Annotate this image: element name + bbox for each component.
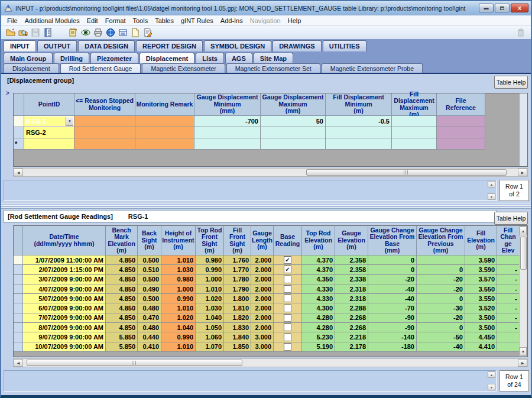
cell[interactable]: 2.358: [335, 265, 368, 274]
cell[interactable]: 1.050: [196, 323, 224, 332]
cell[interactable]: 4.410: [465, 342, 497, 352]
cell[interactable]: [497, 332, 520, 342]
cell[interactable]: 2.268: [335, 313, 368, 323]
cell[interactable]: 0: [368, 265, 417, 274]
cell[interactable]: 3.550: [465, 284, 497, 294]
cell[interactable]: 3.500: [465, 313, 497, 323]
checkbox-unchecked[interactable]: [284, 323, 291, 331]
menu-edit[interactable]: Edit: [83, 17, 102, 25]
cell[interactable]: [74, 138, 135, 150]
checkbox-unchecked[interactable]: [284, 334, 291, 341]
cell[interactable]: 1.000: [161, 284, 196, 294]
tab-utilities[interactable]: UTILITIES: [323, 40, 366, 51]
cell[interactable]: -20: [417, 313, 465, 323]
cell[interactable]: [274, 303, 302, 313]
tab-main-group[interactable]: Main Group: [4, 53, 53, 63]
cell[interactable]: 2.358: [335, 255, 368, 265]
table1-vertical-scrollbar[interactable]: [519, 93, 527, 166]
table2-horizontal-scrollbar[interactable]: ◀ ▶: [13, 358, 528, 367]
cell[interactable]: 0.470: [138, 313, 161, 323]
menu-additional-modules[interactable]: Additional Modules: [21, 17, 83, 25]
cell[interactable]: 4.850: [106, 313, 138, 323]
tab-displacement[interactable]: Displacement: [140, 53, 195, 63]
cell[interactable]: [437, 116, 485, 127]
cell[interactable]: 5.850: [106, 342, 138, 352]
tab-displacement[interactable]: Displacement: [4, 63, 59, 73]
cell[interactable]: 2.288: [335, 303, 368, 313]
menu-tools[interactable]: Tools: [129, 17, 152, 25]
cell[interactable]: 0.440: [138, 332, 161, 342]
cell[interactable]: 4.300: [302, 303, 335, 313]
row-selector[interactable]: [14, 303, 23, 313]
cell[interactable]: 0.500: [138, 255, 161, 265]
tab-magnetic-extensometer[interactable]: Magnetic Extensometer: [142, 63, 225, 73]
cell[interactable]: 1.780: [224, 275, 251, 284]
cell[interactable]: 8/07/2009 9:00:00 AM: [23, 323, 106, 332]
cell[interactable]: 4.330: [302, 294, 335, 303]
checkbox-unchecked[interactable]: [284, 295, 291, 302]
row-selector[interactable]: [14, 265, 23, 274]
row-selector[interactable]: [14, 116, 24, 127]
cell[interactable]: [74, 127, 135, 138]
cell[interactable]: [437, 138, 485, 150]
cell[interactable]: -: [497, 265, 520, 274]
cell[interactable]: 0: [417, 265, 465, 274]
row-selector[interactable]: [14, 313, 23, 323]
cell[interactable]: 5.190: [302, 342, 335, 352]
cell[interactable]: 2.000: [251, 284, 274, 294]
checkbox-unchecked[interactable]: [284, 305, 291, 312]
row-selector[interactable]: [14, 255, 23, 265]
globe-icon[interactable]: [105, 27, 116, 38]
cell[interactable]: -90: [368, 313, 417, 323]
cell[interactable]: 4.850: [106, 323, 138, 332]
cell[interactable]: -40: [417, 342, 465, 352]
cell[interactable]: 2.000: [251, 275, 274, 284]
row-selector[interactable]: [14, 127, 24, 138]
menu-format[interactable]: Format: [102, 17, 129, 25]
cell[interactable]: 7/07/2009 9:00:00 AM: [23, 313, 106, 323]
cell[interactable]: 0.990: [196, 265, 224, 274]
tab-symbol-design[interactable]: SYMBOL DESIGN: [204, 40, 271, 51]
cell[interactable]: 3.570: [465, 275, 497, 284]
tab-magnetic-extensometer-probe[interactable]: Magnetic Extensometer Probe: [322, 63, 423, 73]
panel-splitter[interactable]: [1, 203, 531, 209]
table-help-button-2[interactable]: Table Help: [494, 212, 528, 225]
spin-down-icon[interactable]: ▼: [488, 193, 495, 200]
cell[interactable]: 4.280: [302, 313, 335, 323]
cell[interactable]: 9/07/2009 9:00:00 AM: [23, 332, 106, 342]
scroll-right-icon[interactable]: ▶: [518, 169, 527, 176]
cell[interactable]: 4.850: [106, 303, 138, 313]
cell[interactable]: 0: [368, 255, 417, 265]
cell[interactable]: [497, 342, 520, 352]
checkbox-unchecked[interactable]: [284, 343, 291, 351]
cell[interactable]: 4.450: [465, 332, 497, 342]
cell[interactable]: 2.000: [251, 303, 274, 313]
cell[interactable]: 4/07/2009 9:00:00 AM: [23, 284, 106, 294]
tab-report-design[interactable]: REPORT DESIGN: [136, 40, 203, 51]
tab-data-design[interactable]: DATA DESIGN: [78, 40, 135, 51]
cell[interactable]: -30: [417, 303, 465, 313]
cell[interactable]: 4.850: [106, 294, 138, 303]
table1-remark-box[interactable]: ▲ ▼: [4, 180, 497, 201]
cell[interactable]: [274, 294, 302, 303]
cell[interactable]: 0.980: [161, 275, 196, 284]
table-view-icon[interactable]: [117, 27, 128, 38]
cell[interactable]: 3.500: [465, 323, 497, 332]
cell[interactable]: ✓: [274, 255, 302, 265]
row-selector[interactable]: [14, 332, 23, 342]
cell[interactable]: 4.280: [302, 323, 335, 332]
cell[interactable]: -: [497, 284, 520, 294]
cell[interactable]: 1.030: [161, 265, 196, 274]
open-project-icon[interactable]: [5, 27, 16, 38]
expand-chevron-icon[interactable]: >: [6, 90, 9, 96]
spin-down-icon[interactable]: ▼: [488, 384, 495, 390]
cell[interactable]: 2.000: [251, 265, 274, 274]
menu-gint-rules[interactable]: gINT Rules: [177, 17, 217, 25]
cell[interactable]: 0.980: [196, 255, 224, 265]
row-selector[interactable]: [14, 284, 23, 294]
cell[interactable]: 2.000: [251, 294, 274, 303]
scroll-down-icon[interactable]: ▼: [520, 347, 527, 356]
cell[interactable]: -20: [417, 275, 465, 284]
cell[interactable]: 1.800: [224, 294, 251, 303]
cell[interactable]: -90: [368, 323, 417, 332]
